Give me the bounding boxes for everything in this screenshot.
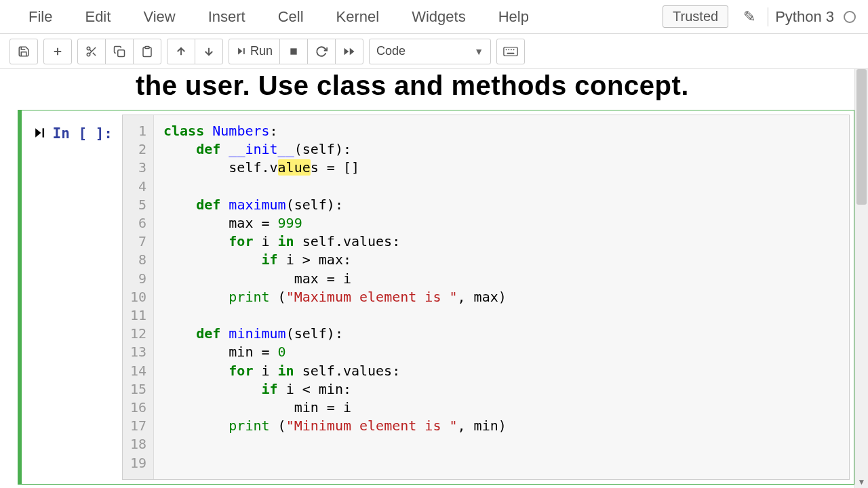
save-button[interactable]	[9, 39, 38, 64]
command-palette-button[interactable]	[496, 39, 525, 64]
line-number-gutter: 1 2 3 4 5 6 7 8 9 10 11 12 13 14 15 16 1…	[123, 115, 154, 479]
svg-rect-7	[118, 49, 125, 56]
svg-line-5	[93, 52, 96, 55]
toolbar: Run Code ▼	[0, 34, 868, 69]
svg-point-2	[87, 47, 90, 50]
run-group: Run	[229, 39, 363, 64]
arrow-up-icon	[175, 45, 187, 58]
step-forward-icon[interactable]	[33, 125, 46, 144]
pencil-icon[interactable]: ✎	[738, 8, 761, 26]
menu-kernel[interactable]: Kernel	[320, 4, 396, 30]
floppy-icon	[18, 45, 30, 58]
menu-file[interactable]: File	[12, 4, 68, 30]
kernel-status-icon	[844, 11, 856, 23]
keyboard-icon	[503, 46, 518, 57]
refresh-icon	[315, 45, 328, 58]
code-cell[interactable]: In [ ]: 1 2 3 4 5 6 7 8 9 10 11 12 13 14…	[18, 110, 854, 485]
menu-edit[interactable]: Edit	[68, 4, 127, 30]
chevron-down-icon: ▼	[474, 46, 484, 57]
svg-rect-16	[504, 47, 517, 56]
trusted-indicator[interactable]: Trusted	[663, 5, 728, 28]
clipboard-group	[77, 39, 161, 64]
svg-marker-22	[35, 128, 41, 137]
cut-button[interactable]	[77, 39, 106, 64]
menu-help[interactable]: Help	[482, 4, 545, 30]
input-prompt: In [ ]:	[22, 110, 122, 484]
scissors-icon	[85, 45, 98, 58]
clipboard-icon	[141, 45, 153, 58]
stop-icon	[289, 47, 298, 56]
svg-rect-8	[145, 46, 149, 48]
cell-type-value: Code	[376, 44, 406, 58]
menu-insert[interactable]: Insert	[192, 4, 262, 30]
code-content[interactable]: class Numbers: def __init__(self): self.…	[154, 115, 849, 479]
markdown-heading-fragment: the user. Use class and methods concept.	[0, 69, 854, 110]
scrollbar-thumb[interactable]	[856, 69, 867, 205]
add-cell-button[interactable]	[43, 39, 72, 64]
cell-type-select[interactable]: Code ▼	[369, 39, 491, 64]
interrupt-button[interactable]	[279, 39, 308, 64]
svg-marker-15	[344, 47, 349, 55]
menu-cell[interactable]: Cell	[262, 4, 320, 30]
run-button-label: Run	[250, 44, 273, 58]
svg-point-3	[87, 53, 90, 56]
vertical-scrollbar[interactable]: ▲ ▼	[854, 69, 868, 488]
svg-marker-14	[350, 47, 355, 55]
move-down-button[interactable]	[195, 39, 223, 64]
copy-button[interactable]	[105, 39, 134, 64]
svg-marker-11	[238, 48, 242, 55]
kernel-name[interactable]: Python 3	[775, 8, 838, 26]
restart-button[interactable]	[307, 39, 336, 64]
fast-forward-icon	[343, 45, 355, 58]
code-editor[interactable]: 1 2 3 4 5 6 7 8 9 10 11 12 13 14 15 16 1…	[122, 115, 850, 480]
move-group	[167, 39, 223, 64]
menubar: File Edit View Insert Cell Kernel Widget…	[0, 0, 868, 34]
menu-widgets[interactable]: Widgets	[395, 4, 481, 30]
restart-run-all-button[interactable]	[335, 39, 363, 64]
svg-rect-13	[290, 48, 296, 54]
svg-line-6	[90, 49, 92, 52]
step-forward-icon	[236, 46, 246, 56]
run-button[interactable]: Run	[229, 39, 280, 64]
notebook-container: the user. Use class and methods concept.…	[0, 69, 854, 488]
plus-icon	[52, 45, 64, 58]
scroll-down-arrow-icon[interactable]: ▼	[855, 477, 868, 487]
arrow-down-icon	[203, 45, 215, 58]
paste-button[interactable]	[133, 39, 161, 64]
move-up-button[interactable]	[167, 39, 195, 64]
menu-view[interactable]: View	[127, 4, 191, 30]
copy-icon	[113, 45, 125, 58]
